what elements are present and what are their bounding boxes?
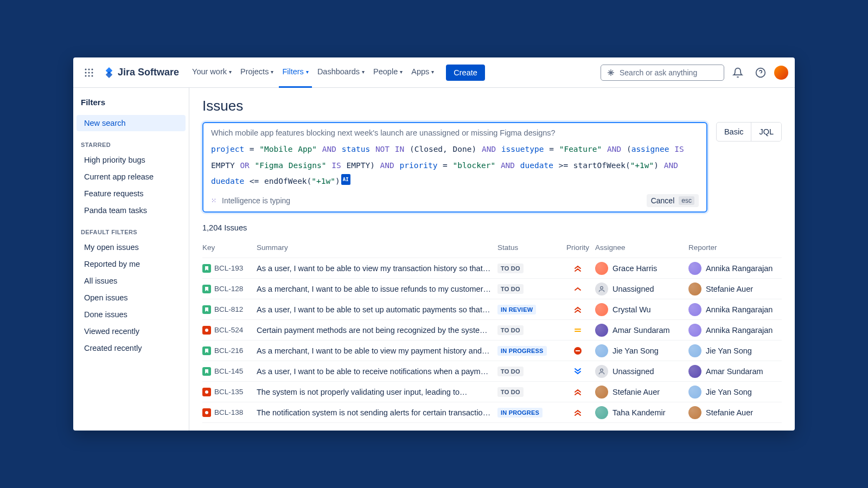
sidebar-item[interactable]: Panda team tasks — [76, 202, 186, 219]
nav-item-filters[interactable]: Filters▾ — [279, 57, 311, 88]
cell-reporter: Jie Yan Song — [688, 386, 782, 399]
sidebar-item[interactable]: Open issues — [76, 290, 186, 306]
cell-summary: As a user, I want to be able to view my … — [257, 264, 497, 273]
status-badge[interactable]: TO DO — [497, 264, 524, 273]
sidebar-item[interactable]: Created recently — [76, 340, 186, 356]
cell-summary: The notification system is not sending a… — [257, 408, 497, 417]
svg-point-10 — [601, 286, 603, 289]
sidebar-item[interactable]: Feature requests — [76, 185, 186, 202]
notifications-icon[interactable] — [729, 63, 747, 82]
query-box[interactable]: Which mobile app features blocking next … — [202, 122, 707, 213]
status-badge[interactable]: TO DO — [497, 387, 524, 397]
user-avatar — [688, 262, 701, 275]
help-icon[interactable] — [751, 63, 770, 82]
status-badge[interactable]: TO DO — [497, 367, 524, 376]
user-avatar — [688, 386, 701, 399]
cancel-button[interactable]: Cancel esc — [647, 194, 699, 207]
user-avatar — [688, 282, 701, 296]
issue-key-link[interactable]: BCL-812 — [214, 305, 243, 313]
priority-high-icon — [573, 285, 582, 293]
status-badge[interactable]: TO DO — [497, 284, 524, 294]
table-row[interactable]: BCL-193 As a user, I want to be able to … — [202, 258, 782, 279]
sidebar-item[interactable]: Done issues — [76, 306, 186, 323]
table-row[interactable]: BCL-145 As a user, I want to be able to … — [202, 361, 782, 382]
table-row[interactable]: BCL-128 As a merchant, I want to be able… — [202, 279, 782, 299]
chevron-down-icon: ▾ — [271, 69, 273, 75]
cell-assignee: Grace Harris — [595, 262, 688, 275]
sidebar-item[interactable]: My open issues — [76, 239, 186, 255]
col-header-reporter[interactable]: Reporter — [688, 243, 782, 252]
cell-assignee: Unassigned — [595, 365, 688, 378]
cell-key: BCL-524 — [202, 326, 257, 335]
status-badge[interactable]: TO DO — [497, 325, 524, 335]
toggle-jql[interactable]: JQL — [751, 123, 781, 141]
status-badge[interactable]: IN PROGRESS — [497, 346, 547, 356]
nav-item-projects[interactable]: Projects▾ — [237, 57, 277, 88]
table-header: Key Summary Status Priority Assignee Rep… — [202, 237, 782, 258]
sidebar-item[interactable]: All issues — [76, 273, 186, 289]
issue-key-link[interactable]: BCL-145 — [214, 367, 243, 375]
query-jql-code: project = "Mobile App" AND status NOT IN… — [211, 142, 699, 190]
esc-key-badge: esc — [679, 196, 694, 205]
table-row[interactable]: BCL-812 As a user, I want to be able to … — [202, 299, 782, 320]
nav-item-people[interactable]: People▾ — [370, 57, 406, 88]
col-header-status[interactable]: Status — [497, 243, 560, 252]
main-content: Issues Which mobile app features blockin… — [189, 88, 795, 431]
cell-priority — [560, 388, 595, 396]
sidebar-title: Filters — [73, 94, 189, 114]
sidebar-item[interactable]: Reported by me — [76, 256, 186, 272]
issue-key-link[interactable]: BCL-524 — [214, 326, 243, 334]
table-row[interactable]: BCL-138 The notification system is not s… — [202, 402, 782, 423]
reporter-name: Annika Rangarajan — [706, 264, 773, 273]
status-badge[interactable]: IN REVIEW — [497, 305, 536, 314]
table-row[interactable]: BCL-216 As a merchant, I want to be able… — [202, 341, 782, 361]
reporter-name: Jie Yan Song — [706, 388, 752, 396]
jira-logo[interactable]: Jira Software — [100, 67, 182, 78]
unassigned-avatar-icon — [595, 365, 608, 378]
sidebar-item-new-search[interactable]: New search — [76, 115, 186, 131]
issue-key-link[interactable]: BCL-135 — [214, 388, 243, 396]
toggle-basic[interactable]: Basic — [717, 123, 751, 141]
nav-item-your-work[interactable]: Your work▾ — [189, 57, 235, 88]
sidebar-group-starred: STARRED — [73, 132, 189, 151]
priority-low-icon — [573, 367, 582, 376]
cell-summary: As a user, I want to be able to set up a… — [257, 305, 497, 314]
sidebar-item[interactable]: Current app release — [76, 169, 186, 185]
issue-key-link[interactable]: BCL-138 — [214, 408, 243, 416]
cell-priority — [560, 367, 595, 376]
table-row[interactable]: BCL-524 Certain payment methods are not … — [202, 320, 782, 341]
table-row[interactable]: BCL-135 The system is not properly valid… — [202, 382, 782, 402]
user-avatar — [688, 406, 701, 419]
jira-icon — [104, 67, 114, 78]
cell-reporter: Stefanie Auer — [688, 282, 782, 296]
reporter-name: Annika Rangarajan — [706, 326, 773, 335]
cell-priority — [560, 326, 595, 335]
result-count: 1,204 Issues — [202, 223, 782, 232]
cell-assignee: Crystal Wu — [595, 303, 688, 316]
col-header-summary[interactable]: Summary — [257, 243, 497, 252]
cancel-label: Cancel — [651, 196, 675, 205]
sidebar-item[interactable]: Viewed recently — [76, 323, 186, 339]
assignee-name: Unassigned — [612, 367, 654, 376]
search-input[interactable]: Search or ask anything — [601, 65, 724, 81]
profile-avatar[interactable] — [774, 66, 788, 80]
col-header-assignee[interactable]: Assignee — [595, 243, 688, 252]
issue-key-link[interactable]: BCL-216 — [214, 346, 243, 355]
issue-key-link[interactable]: BCL-193 — [214, 264, 243, 272]
cell-summary: As a merchant, I want to be able to issu… — [257, 285, 497, 293]
nav-item-dashboards[interactable]: Dashboards▾ — [314, 57, 368, 88]
app-switcher-icon[interactable] — [80, 63, 98, 82]
create-button[interactable]: Create — [446, 65, 485, 81]
issue-key-link[interactable]: BCL-128 — [214, 285, 243, 293]
col-header-priority[interactable]: Priority — [560, 243, 595, 252]
issuetype-story-icon — [202, 367, 211, 376]
cell-key: BCL-138 — [202, 408, 257, 417]
issuetype-bug-icon — [202, 326, 211, 335]
col-header-key[interactable]: Key — [202, 243, 257, 252]
status-badge[interactable]: IN PROGRES — [497, 408, 542, 418]
priority-highest-icon — [573, 305, 582, 314]
user-avatar — [595, 324, 608, 337]
nav-item-apps[interactable]: Apps▾ — [408, 57, 437, 88]
user-avatar — [595, 262, 608, 275]
sidebar-item[interactable]: High priority bugs — [76, 152, 186, 168]
